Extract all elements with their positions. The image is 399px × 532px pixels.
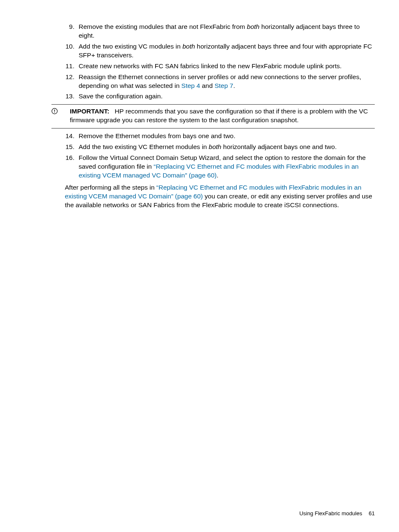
step-link[interactable]: Step 4 xyxy=(182,82,200,89)
footer-section: Using FlexFabric modules xyxy=(299,510,362,517)
item-number: 15. xyxy=(65,143,79,152)
important-text: IMPORTANT: HP recommends that you save t… xyxy=(70,107,375,125)
item-body: Follow the Virtual Connect Domain Setup … xyxy=(79,154,375,180)
svg-rect-2 xyxy=(54,112,55,113)
list-item: 16. Follow the Virtual Connect Domain Se… xyxy=(65,154,375,180)
item-body: Remove the Ethernet modules from bays on… xyxy=(79,132,375,141)
item-number: 14. xyxy=(65,132,79,141)
list-item: 11. Create new networks with FC SAN fabr… xyxy=(65,62,375,71)
footer-page-number: 61 xyxy=(369,510,375,517)
list-item: 14. Remove the Ethernet modules from bay… xyxy=(65,132,375,141)
list-item: 9. Remove the existing modules that are … xyxy=(65,23,375,40)
item-number: 12. xyxy=(65,73,79,90)
item-body: Add the two existing VC modules in both … xyxy=(79,42,375,60)
item-body: Remove the existing modules that are not… xyxy=(79,23,375,40)
item-body: Add the two existing VC Ethernet modules… xyxy=(79,143,375,152)
item-number: 16. xyxy=(65,154,79,180)
item-number: 9. xyxy=(65,23,79,40)
item-number: 10. xyxy=(65,42,79,60)
item-number: 13. xyxy=(65,92,79,101)
list-item: 10. Add the two existing VC modules in b… xyxy=(65,42,375,60)
important-label: IMPORTANT: xyxy=(70,108,109,115)
closing-paragraph: After performing all the steps in “Repla… xyxy=(65,183,375,210)
list-item: 13. Save the configuration again. xyxy=(65,92,375,101)
important-callout: IMPORTANT: HP recommends that you save t… xyxy=(51,104,375,129)
list-item: 15. Add the two existing VC Ethernet mod… xyxy=(65,143,375,152)
procedure-list-a: 9. Remove the existing modules that are … xyxy=(65,23,375,101)
procedure-list-b: 14. Remove the Ethernet modules from bay… xyxy=(65,132,375,180)
step-link[interactable]: Step 7 xyxy=(215,82,233,89)
svg-rect-1 xyxy=(54,110,55,112)
item-number: 11. xyxy=(65,62,79,71)
list-item: 12. Reassign the Ethernet connections in… xyxy=(65,73,375,90)
item-body: Reassign the Ethernet connections in ser… xyxy=(79,73,375,90)
item-body: Create new networks with FC SAN fabrics … xyxy=(79,62,375,71)
important-icon xyxy=(51,107,70,114)
item-body: Save the configuration again. xyxy=(79,92,375,101)
page-footer: Using FlexFabric modules 61 xyxy=(299,510,375,517)
